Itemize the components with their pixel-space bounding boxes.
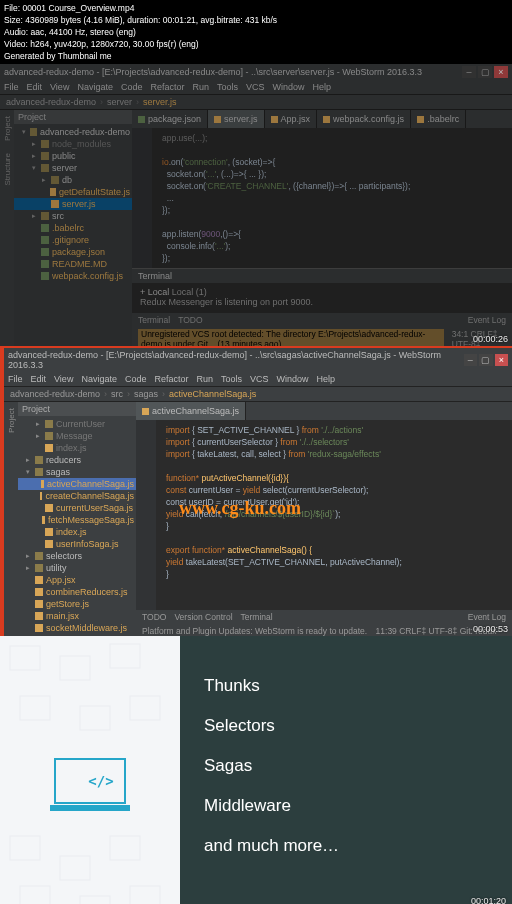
terminal-panel: Terminal + Local Local (1) Redux Messeng…: [132, 268, 512, 313]
tree-node[interactable]: ▾advanced-redux-demo: [14, 126, 132, 138]
menu-refactor[interactable]: Refactor: [154, 374, 188, 384]
menu-code[interactable]: Code: [125, 374, 147, 384]
tree-node[interactable]: createChannelSaga.js: [18, 490, 136, 502]
close-button[interactable]: ×: [495, 354, 509, 366]
crumb[interactable]: sagas: [134, 389, 158, 399]
crumb[interactable]: server: [107, 97, 132, 107]
status-todo[interactable]: TODO: [142, 612, 166, 622]
editor-tab[interactable]: App.jsx: [265, 110, 318, 128]
breadcrumb: advanced-redux-demo› src› sagas› activeC…: [4, 386, 512, 402]
menu-file[interactable]: File: [8, 374, 23, 384]
tree-node[interactable]: webpack.config.js: [14, 270, 132, 282]
window-title: advanced-redux-demo - [E:\Projects\advan…: [4, 67, 422, 77]
menu-tools[interactable]: Tools: [217, 82, 238, 92]
tree-node[interactable]: ▸CurrentUser: [18, 418, 136, 430]
tree-node[interactable]: ▸selectors: [18, 550, 136, 562]
minimize-button[interactable]: –: [464, 354, 478, 366]
tool-window-tabs: Project Structure: [0, 110, 14, 351]
tree-node[interactable]: socketMiddleware.js: [18, 622, 136, 634]
meta-file: File: 00001 Course_Overview.mp4: [4, 2, 508, 14]
status-terminal[interactable]: Terminal: [138, 315, 170, 325]
editor-tab[interactable]: package.json: [132, 110, 208, 128]
editor-tab[interactable]: .babelrc: [411, 110, 466, 128]
topic-item: Middleware: [204, 796, 488, 816]
status-vcs[interactable]: Version Control: [174, 612, 232, 622]
editor-tab[interactable]: activeChannelSaga.js: [136, 402, 246, 420]
menu-view[interactable]: View: [54, 374, 73, 384]
tree-node[interactable]: userInfoSaga.js: [18, 538, 136, 550]
editor-tab[interactable]: webpack.config.js: [317, 110, 411, 128]
status-terminal[interactable]: Terminal: [241, 612, 273, 622]
close-button[interactable]: ×: [494, 66, 508, 78]
tree-node[interactable]: ▸node_modules: [14, 138, 132, 150]
terminal-output[interactable]: + Local Local (1) Redux Messenger is lis…: [132, 283, 512, 313]
tree-node[interactable]: getDefaultState.js: [14, 186, 132, 198]
menu-bar: File Edit View Navigate Code Refactor Ru…: [4, 372, 512, 386]
menu-help[interactable]: Help: [317, 374, 336, 384]
tree-node[interactable]: index.js: [18, 526, 136, 538]
tree-node[interactable]: combineReducers.js: [18, 586, 136, 598]
ide-screenshot-1: advanced-redux-demo - [E:\Projects\advan…: [0, 64, 512, 346]
code-editor[interactable]: import { SET_ACTIVE_CHANNEL } from './..…: [136, 420, 512, 610]
maximize-button[interactable]: ▢: [479, 354, 493, 366]
menu-navigate[interactable]: Navigate: [81, 374, 117, 384]
breadcrumb: advanced-redux-demo› server› server.js: [0, 94, 512, 110]
menu-help[interactable]: Help: [313, 82, 332, 92]
status-todo[interactable]: TODO: [178, 315, 202, 325]
tree-node[interactable]: ▸db: [14, 174, 132, 186]
menu-edit[interactable]: Edit: [31, 374, 47, 384]
tree-node[interactable]: ▸public: [14, 150, 132, 162]
tree-node[interactable]: ▾server: [14, 162, 132, 174]
menu-tools[interactable]: Tools: [221, 374, 242, 384]
code-editor[interactable]: app.use(...); io.on('connection', (socke…: [132, 128, 512, 268]
menu-window[interactable]: Window: [273, 82, 305, 92]
event-log[interactable]: Event Log: [468, 315, 506, 325]
tree-node[interactable]: README.MD: [14, 258, 132, 270]
meta-generator: Generated by Thumbnail me: [4, 50, 508, 62]
menu-edit[interactable]: Edit: [27, 82, 43, 92]
project-tool-tab[interactable]: Project: [2, 110, 13, 147]
project-tool-tab[interactable]: Project: [6, 402, 17, 439]
topic-item: Thunks: [204, 676, 488, 696]
topic-item: and much more…: [204, 836, 488, 856]
structure-tool-tab[interactable]: Structure: [2, 147, 13, 191]
menu-vcs[interactable]: VCS: [250, 374, 269, 384]
course-slide: </> Thunks Selectors Sagas Middleware an…: [0, 636, 512, 904]
menu-run[interactable]: Run: [192, 82, 209, 92]
tree-node[interactable]: ▾sagas: [18, 466, 136, 478]
menu-navigate[interactable]: Navigate: [77, 82, 113, 92]
tree-node[interactable]: App.jsx: [18, 574, 136, 586]
tree-node[interactable]: getStore.js: [18, 598, 136, 610]
topic-item: Sagas: [204, 756, 488, 776]
tree-node[interactable]: ▸Message: [18, 430, 136, 442]
tree-node[interactable]: fetchMessageSaga.js: [18, 514, 136, 526]
crumb-file[interactable]: server.js: [143, 97, 177, 107]
editor-tab[interactable]: server.js: [208, 110, 265, 128]
svg-rect-7: [60, 856, 90, 880]
crumb[interactable]: advanced-redux-demo: [10, 389, 100, 399]
tree-node[interactable]: activeChannelSaga.js: [18, 478, 136, 490]
tree-node[interactable]: ▸utility: [18, 562, 136, 574]
tree-node[interactable]: package.json: [14, 246, 132, 258]
crumb[interactable]: src: [111, 389, 123, 399]
tree-node[interactable]: .babelrc: [14, 222, 132, 234]
menu-run[interactable]: Run: [196, 374, 213, 384]
crumb[interactable]: advanced-redux-demo: [6, 97, 96, 107]
minimize-button[interactable]: –: [462, 66, 476, 78]
tree-node[interactable]: main.jsx: [18, 610, 136, 622]
menu-file[interactable]: File: [4, 82, 19, 92]
tree-node[interactable]: .gitignore: [14, 234, 132, 246]
event-log[interactable]: Event Log: [468, 612, 506, 622]
menu-refactor[interactable]: Refactor: [150, 82, 184, 92]
tree-node[interactable]: ▸reducers: [18, 454, 136, 466]
menu-vcs[interactable]: VCS: [246, 82, 265, 92]
menu-code[interactable]: Code: [121, 82, 143, 92]
menu-view[interactable]: View: [50, 82, 69, 92]
tree-node[interactable]: index.js: [18, 442, 136, 454]
tree-node[interactable]: server.js: [14, 198, 132, 210]
crumb-file[interactable]: activeChannelSaga.js: [169, 389, 256, 399]
menu-window[interactable]: Window: [277, 374, 309, 384]
tree-node[interactable]: ▸src: [14, 210, 132, 222]
maximize-button[interactable]: ▢: [478, 66, 492, 78]
tree-node[interactable]: currentUserSaga.js: [18, 502, 136, 514]
